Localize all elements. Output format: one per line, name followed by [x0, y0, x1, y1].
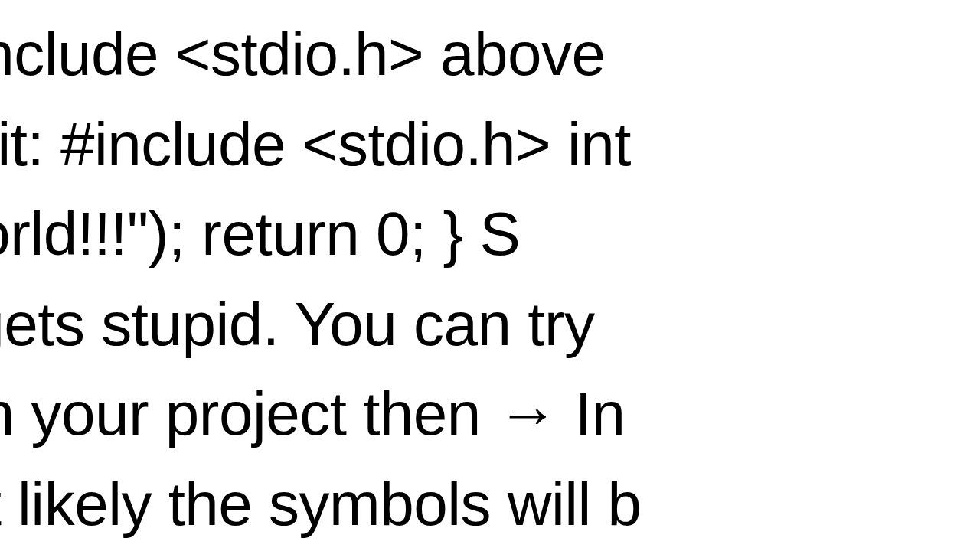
- text-line-6: most likely the symbols will b: [0, 459, 980, 549]
- text-line-5: ck on your project then → In: [0, 369, 980, 459]
- text-fragment: ust include <stdio.h> above olve it: #in…: [0, 9, 980, 549]
- text-line-4: ser gets stupid. You can try: [0, 279, 980, 370]
- text-line-2: olve it: #include <stdio.h> int: [0, 99, 980, 190]
- text-line-3: o World!!!"); return 0; } S: [0, 189, 980, 279]
- text-line-1: ust include <stdio.h> above: [0, 9, 980, 99]
